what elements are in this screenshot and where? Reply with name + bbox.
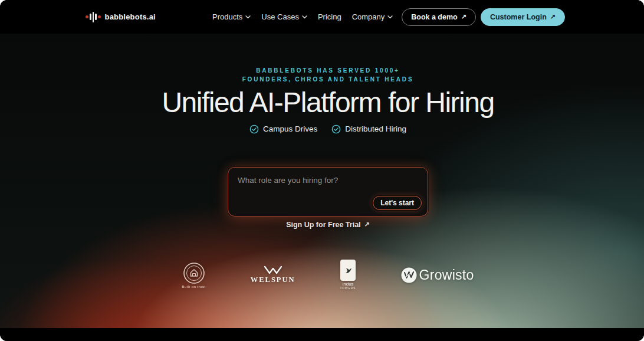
hero-tagline: BABBLEBOTS HAS SERVED 1000+ FOUNDERS, CH… [242, 66, 414, 84]
landing-page: babblebots.ai Products Use Cases Pricing… [0, 0, 644, 341]
check-circle-icon [249, 124, 259, 134]
client-logos-row: Built on trust WELSPUN indus TOWER [182, 260, 474, 291]
waveform-dot-right [98, 15, 101, 18]
client-logo-emblem: Built on trust [182, 262, 205, 288]
role-input-card: Let's start [228, 167, 428, 217]
babblebots-waveform-icon [86, 12, 101, 22]
nav-item-label: Products [212, 12, 242, 21]
indus-wordmark-line2: TOWERS [340, 287, 356, 291]
nav-item-products[interactable]: Products [212, 12, 251, 21]
nav-item-pricing[interactable]: Pricing [318, 12, 341, 21]
customer-login-label: Customer Login [490, 13, 547, 21]
indus-towers-icon [340, 260, 356, 281]
chevron-down-icon [245, 15, 251, 19]
nav-item-label: Pricing [318, 12, 341, 21]
brand-name: babblebots.ai [105, 12, 156, 21]
client-logo-indus-towers: indus TOWERS [340, 260, 356, 291]
waveform-dot-left [86, 15, 88, 18]
hero-content: BABBLEBOTS HAS SERVED 1000+ FOUNDERS, CH… [6, 34, 644, 328]
bottom-strip [0, 328, 644, 341]
customer-login-button[interactable]: Customer Login ↗ [481, 8, 565, 26]
growisto-icon [401, 267, 417, 283]
nav-item-company[interactable]: Company [352, 12, 393, 21]
external-link-arrow-icon: ↗ [364, 221, 370, 228]
hero-features: Campus Drives Distributed Hiring [249, 124, 406, 134]
nav-actions: Book a demo ↗ Customer Login ↗ [402, 0, 565, 34]
external-link-arrow-icon: ↗ [550, 13, 556, 21]
hero-title: Unified AI-Platform for Hiring [162, 87, 494, 119]
hero-section: BABBLEBOTS HAS SERVED 1000+ FOUNDERS, CH… [0, 34, 644, 328]
book-demo-button[interactable]: Book a demo ↗ [402, 8, 476, 26]
waveform-bar [90, 14, 91, 20]
waveform-bar [93, 12, 94, 22]
signup-free-trial-link[interactable]: Sign Up for Free Trial ↗ [286, 221, 370, 229]
top-navbar: babblebots.ai Products Use Cases Pricing… [0, 0, 644, 34]
feature-label: Campus Drives [263, 124, 317, 133]
indus-wordmark-line1: indus [342, 282, 353, 287]
welspun-w-icon [263, 265, 283, 274]
signup-link-label: Sign Up for Free Trial [286, 221, 360, 229]
nav-item-label: Company [352, 12, 385, 21]
lets-start-button[interactable]: Let's start [373, 196, 422, 210]
emblem-caption: Built on trust [182, 285, 205, 288]
chevron-down-icon [302, 15, 307, 19]
growisto-wordmark: Growisto [419, 267, 474, 283]
emblem-seal-icon [183, 262, 205, 284]
client-logo-growisto: Growisto [401, 267, 474, 283]
main-nav: Products Use Cases Pricing Company [212, 0, 393, 34]
indus-bird-glyph [343, 265, 353, 276]
welspun-wordmark: WELSPUN [251, 276, 295, 284]
check-circle-icon [331, 124, 341, 134]
hero-tagline-line2: FOUNDERS, CHROS AND TALENT HEADS [242, 75, 414, 84]
nav-item-label: Use Cases [261, 12, 299, 21]
chevron-down-icon [387, 15, 393, 19]
role-input[interactable] [228, 168, 428, 185]
client-logo-welspun: WELSPUN [251, 265, 295, 284]
book-demo-label: Book a demo [411, 13, 458, 21]
feature-distributed-hiring: Distributed Hiring [331, 124, 406, 134]
hero-tagline-line1: BABBLEBOTS HAS SERVED 1000+ [242, 66, 414, 75]
feature-label: Distributed Hiring [345, 124, 406, 133]
brand-logo[interactable]: babblebots.ai [86, 0, 156, 34]
external-link-arrow-icon: ↗ [461, 13, 466, 21]
waveform-bar [95, 14, 97, 20]
feature-campus-drives: Campus Drives [249, 124, 317, 134]
nav-item-use-cases[interactable]: Use Cases [261, 12, 307, 21]
